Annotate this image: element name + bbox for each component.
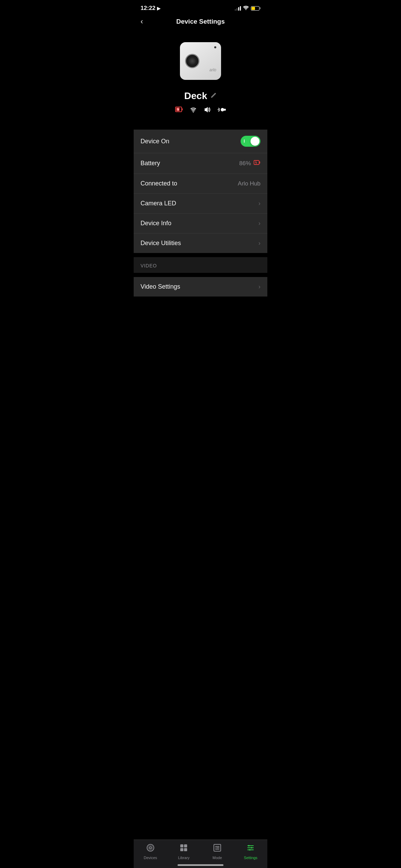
device-name-row: Deck bbox=[184, 91, 217, 101]
device-utilities-row[interactable]: Device Utilities › bbox=[134, 233, 267, 253]
battery-value: 86% bbox=[239, 160, 251, 167]
hero-section: arlo Deck bbox=[134, 30, 267, 125]
battery-row: Battery 86% bbox=[134, 153, 267, 174]
svg-rect-3 bbox=[182, 108, 183, 110]
camera-brand: arlo bbox=[209, 68, 216, 72]
signal-bar-3 bbox=[238, 7, 239, 11]
device-status-icons bbox=[175, 106, 226, 115]
device-utilities-label: Device Utilities bbox=[141, 240, 181, 247]
device-on-toggle[interactable]: I bbox=[241, 136, 260, 147]
camera-dot bbox=[214, 46, 216, 48]
camera-body: arlo bbox=[180, 42, 221, 80]
svg-rect-12 bbox=[259, 161, 260, 164]
svg-line-8 bbox=[218, 110, 220, 111]
device-info-chevron: › bbox=[258, 220, 260, 227]
device-on-label: Device On bbox=[141, 138, 169, 145]
wifi-status-icon bbox=[190, 107, 197, 114]
led-status-icon bbox=[217, 106, 226, 115]
signal-bars bbox=[235, 6, 241, 11]
battery-charging-icon bbox=[254, 159, 260, 167]
location-icon: ▶ bbox=[157, 6, 160, 11]
video-settings-chevron: › bbox=[258, 283, 260, 290]
video-settings-row[interactable]: Video Settings › bbox=[134, 277, 267, 297]
camera-led-row[interactable]: Camera LED › bbox=[134, 194, 267, 214]
toggle-on-label: I bbox=[244, 139, 245, 144]
nav-bar: ‹ Device Settings bbox=[134, 14, 267, 30]
device-info-label: Device Info bbox=[141, 220, 171, 227]
signal-bar-4 bbox=[240, 6, 241, 11]
camera-lens bbox=[185, 54, 199, 68]
device-name: Deck bbox=[184, 91, 207, 101]
signal-bar-2 bbox=[236, 8, 238, 11]
svg-point-0 bbox=[245, 9, 246, 10]
video-section-header: VIDEO bbox=[134, 257, 267, 273]
device-on-row[interactable]: Device On I bbox=[134, 130, 267, 153]
connected-to-label: Connected to bbox=[141, 180, 177, 187]
status-right-icons bbox=[235, 5, 260, 11]
connected-to-row: Connected to Arlo Hub bbox=[134, 174, 267, 194]
status-bar: 12:22 ▶ bbox=[134, 0, 267, 14]
hub-name: Arlo Hub bbox=[238, 180, 260, 187]
wifi-icon bbox=[243, 5, 249, 11]
connected-to-value: Arlo Hub bbox=[238, 180, 260, 187]
device-utilities-chevron: › bbox=[258, 240, 260, 247]
back-button[interactable]: ‹ bbox=[141, 17, 143, 26]
status-time: 12:22 ▶ bbox=[141, 5, 160, 12]
settings-section: Device On I Battery 86% bbox=[134, 130, 267, 253]
device-info-row[interactable]: Device Info › bbox=[134, 214, 267, 233]
toggle-knob bbox=[251, 137, 259, 146]
battery-value-right: 86% bbox=[239, 159, 260, 167]
video-section-title: VIDEO bbox=[141, 263, 157, 268]
time-display: 12:22 bbox=[141, 5, 155, 12]
camera-led-chevron: › bbox=[258, 200, 260, 207]
video-settings-label: Video Settings bbox=[141, 283, 180, 290]
battery-icon bbox=[251, 6, 260, 11]
speaker-icon bbox=[203, 106, 211, 115]
svg-marker-5 bbox=[205, 107, 208, 112]
signal-bar-1 bbox=[235, 9, 236, 11]
video-settings-section: Video Settings › bbox=[134, 277, 267, 297]
camera-led-label: Camera LED bbox=[141, 200, 176, 207]
svg-point-4 bbox=[193, 111, 194, 112]
svg-point-10 bbox=[224, 109, 226, 111]
camera-image: arlo bbox=[177, 37, 224, 85]
svg-point-9 bbox=[221, 108, 224, 111]
battery-status-icon bbox=[175, 106, 183, 115]
page-title: Device Settings bbox=[176, 18, 225, 25]
edit-icon[interactable] bbox=[210, 92, 217, 100]
battery-label: Battery bbox=[141, 160, 160, 167]
svg-line-7 bbox=[218, 108, 220, 109]
